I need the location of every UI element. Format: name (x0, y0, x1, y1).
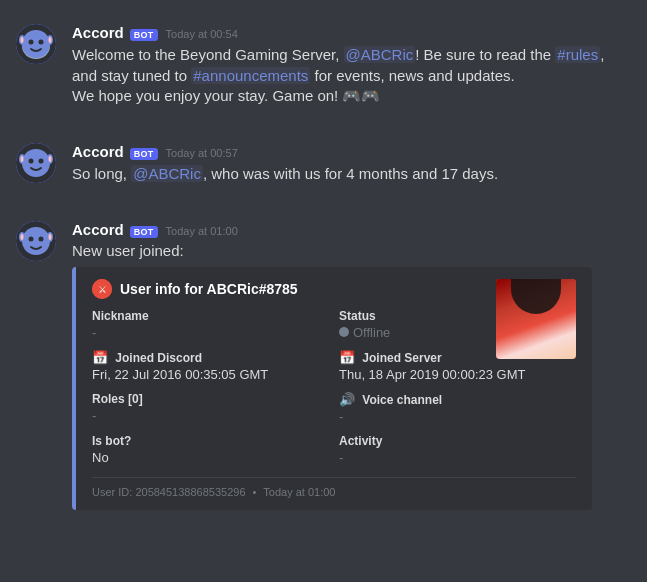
divider (0, 119, 647, 135)
svg-rect-31 (518, 287, 554, 301)
svg-rect-25 (496, 279, 576, 359)
svg-point-34 (525, 296, 533, 306)
divider-2 (0, 197, 647, 213)
field-label-voice: 🔊 Voice channel (339, 392, 576, 407)
offline-dot-icon (339, 327, 349, 337)
message-content-2: Accord BOT Today at 00:57 So long, @ABCR… (72, 143, 631, 185)
field-value-activity: - (339, 450, 576, 465)
svg-rect-26 (506, 329, 566, 359)
svg-point-20 (39, 236, 44, 241)
embed-footer-timestamp: Today at 01:00 (263, 486, 335, 498)
avatar-3 (16, 221, 56, 261)
field-label-isbot: Is bot? (92, 434, 329, 448)
message-header-3: Accord BOT Today at 01:00 (72, 221, 631, 238)
svg-point-10 (22, 149, 50, 177)
svg-point-2 (22, 30, 50, 58)
svg-point-7 (21, 37, 24, 43)
channel-mention-announcements[interactable]: #announcements (191, 67, 310, 84)
svg-point-24 (49, 234, 52, 240)
embed-field-isbot: Is bot? No (92, 434, 329, 465)
svg-point-15 (21, 156, 24, 162)
svg-point-3 (29, 40, 34, 45)
svg-point-29 (518, 281, 554, 321)
message-content: Accord BOT Today at 00:54 Welcome to the… (72, 24, 631, 107)
bot-badge: BOT (130, 29, 158, 41)
message-header: Accord BOT Today at 00:54 (72, 24, 631, 41)
svg-point-37 (540, 297, 546, 305)
field-label-nickname: Nickname (92, 309, 329, 323)
svg-point-35 (539, 296, 547, 306)
message-pre-embed: New user joined: (72, 242, 631, 259)
svg-point-8 (49, 37, 52, 43)
username: Accord (72, 24, 124, 41)
message-header-2: Accord BOT Today at 00:57 (72, 143, 631, 160)
message-group-2: Accord BOT Today at 00:57 So long, @ABCR… (0, 135, 647, 193)
timestamp: Today at 00:54 (166, 28, 238, 40)
avatar (16, 24, 56, 64)
message-group: Accord BOT Today at 00:54 Welcome to the… (0, 16, 647, 115)
field-value-joined-discord: Fri, 22 Jul 2016 00:35:05 GMT (92, 367, 329, 382)
svg-rect-33 (548, 294, 554, 319)
svg-rect-28 (526, 309, 546, 329)
offline-text: Offline (353, 325, 390, 340)
field-value-voice: - (339, 409, 576, 424)
avatar-2 (16, 143, 56, 183)
footer-separator: • (253, 486, 257, 498)
embed-author-name: User info for ABCRic#8785 (120, 281, 298, 297)
svg-point-11 (29, 158, 34, 163)
svg-point-16 (49, 156, 52, 162)
embed-footer: User ID: 205845138868535296 • Today at 0… (92, 477, 576, 498)
message-text: Welcome to the Beyond Gaming Server, @AB… (72, 45, 631, 107)
user-mention[interactable]: @ABCRic (344, 46, 416, 63)
field-value-joined-server: Thu, 18 Apr 2019 00:00:23 GMT (339, 367, 576, 382)
svg-rect-32 (518, 294, 524, 319)
embed-thumbnail (496, 279, 576, 359)
message-group-3: Accord BOT Today at 01:00 New user joine… (0, 213, 647, 518)
bot-badge-3: BOT (130, 226, 158, 238)
bot-badge-2: BOT (130, 148, 158, 160)
field-label-activity: Activity (339, 434, 576, 448)
field-value-isbot: No (92, 450, 329, 465)
svg-point-39 (544, 298, 546, 300)
svg-point-36 (526, 297, 532, 305)
calendar-icon-2: 📅 (339, 350, 355, 365)
message-content-3: Accord BOT Today at 01:00 New user joine… (72, 221, 631, 510)
user-mention-2[interactable]: @ABCRic (131, 165, 203, 182)
timestamp-2: Today at 00:57 (166, 147, 238, 159)
field-label-joined-discord: 📅 Joined Discord (92, 350, 329, 365)
svg-text:⚔: ⚔ (98, 284, 107, 295)
svg-point-18 (22, 227, 50, 255)
embed-author-icon: ⚔ (92, 279, 112, 299)
calendar-icon: 📅 (92, 350, 108, 365)
embed-footer-user-id: User ID: 205845138868535296 (92, 486, 246, 498)
timestamp-3: Today at 01:00 (166, 225, 238, 237)
embed-field-joined-discord: 📅 Joined Discord Fri, 22 Jul 2016 00:35:… (92, 350, 329, 382)
messages-container: Accord BOT Today at 00:54 Welcome to the… (0, 0, 647, 538)
svg-point-19 (29, 236, 34, 241)
speaker-icon: 🔊 (339, 392, 355, 407)
field-value-roles: - (92, 408, 329, 423)
svg-point-23 (21, 234, 24, 240)
user-info-embed: ⚔ User info for ABCRic#8785 Nickname - S… (72, 267, 592, 510)
svg-point-12 (39, 158, 44, 163)
embed-field-voice: 🔊 Voice channel - (339, 392, 576, 424)
svg-point-30 (518, 279, 554, 299)
embed-field-activity: Activity - (339, 434, 576, 465)
field-label-roles: Roles [0] (92, 392, 329, 406)
username-3: Accord (72, 221, 124, 238)
embed-field-roles: Roles [0] - (92, 392, 329, 424)
message-text-2: So long, @ABCRic, who was with us for 4 … (72, 164, 631, 185)
embed-field-nickname: Nickname - (92, 309, 329, 340)
svg-point-4 (39, 40, 44, 45)
username-2: Accord (72, 143, 124, 160)
svg-rect-27 (511, 321, 561, 341)
thumbnail-image (496, 279, 576, 359)
svg-point-38 (530, 298, 532, 300)
channel-mention[interactable]: #rules (555, 46, 600, 63)
field-value-nickname: - (92, 325, 329, 340)
